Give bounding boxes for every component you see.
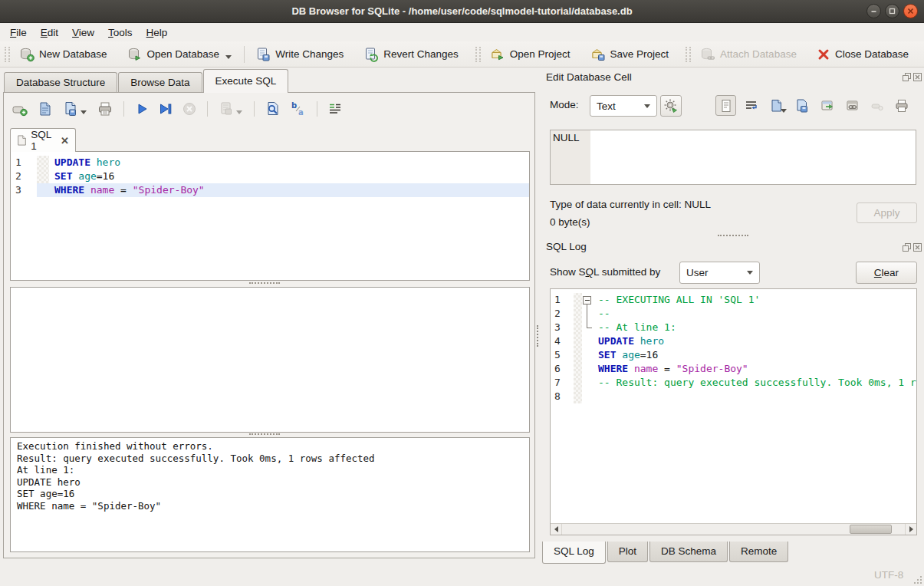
minimize-button[interactable] — [866, 4, 881, 18]
stop-execution-button[interactable] — [182, 101, 197, 117]
import-dropdown-caret[interactable] — [781, 109, 787, 113]
sql-editor-tab[interactable]: SQL 1 ✕ — [10, 128, 76, 152]
save-sql-file-button[interactable] — [62, 100, 88, 117]
print-sql-button[interactable] — [97, 100, 113, 117]
code-line: 3WHERE name = "Spider-Boy" — [11, 183, 529, 197]
toolbar-drag-handle[interactable] — [5, 47, 10, 62]
code-line: 8 — [551, 390, 916, 403]
print-cell-button[interactable] — [891, 95, 912, 116]
open-database-button[interactable]: Open Database — [123, 44, 238, 64]
title-bar[interactable]: DB Browser for SQLite - /home/user/code/… — [0, 0, 924, 23]
window-title: DB Browser for SQLite - /home/user/code/… — [291, 5, 632, 17]
tab-execute-sql[interactable]: Execute SQL — [203, 69, 289, 93]
toolbar-drag-handle[interactable] — [475, 47, 481, 62]
revert-changes-button[interactable]: Revert Changes — [359, 44, 463, 64]
scroll-left-button[interactable] — [551, 524, 562, 535]
attach-database-button[interactable]: Attach Database — [695, 44, 801, 64]
toolbar-drag-handle[interactable] — [686, 47, 691, 62]
write-changes-icon — [255, 47, 271, 62]
revert-changes-label: Revert Changes — [383, 48, 459, 60]
open-database-icon — [127, 47, 143, 62]
panel-splitter-handle[interactable] — [537, 325, 540, 347]
new-database-button[interactable]: New Database — [15, 44, 112, 64]
open-in-external-button[interactable] — [817, 95, 837, 116]
splitter-handle[interactable] — [718, 235, 748, 238]
sql-log-view[interactable]: 1-- EXECUTING ALL IN 'SQL 1'2--3-- At li… — [550, 288, 917, 535]
scroll-right-icon — [909, 526, 913, 532]
execute-current-line-button[interactable] — [158, 101, 173, 117]
word-wrap-button[interactable] — [327, 101, 343, 117]
new-database-icon — [19, 47, 35, 62]
maximize-button[interactable] — [885, 4, 899, 18]
tab-sql-log[interactable]: SQL Log — [542, 542, 606, 564]
find-replace-button[interactable] — [265, 100, 281, 117]
float-panel-icon[interactable] — [903, 73, 911, 81]
auto-mode-gear-button[interactable] — [660, 95, 682, 117]
mode-select[interactable]: Text — [590, 95, 657, 117]
cell-value-editor[interactable]: NULL — [550, 130, 916, 185]
new-sql-tab-button[interactable] — [12, 100, 28, 117]
dock-tab-bar: SQL Log Plot DB Schema Remote — [542, 542, 790, 564]
cell-value: NULL — [553, 132, 580, 143]
close-panel-icon[interactable] — [913, 73, 922, 81]
encoding-indicator[interactable]: UTF-8 — [874, 569, 903, 581]
code-line: 6WHERE name = "Spider-Boy" — [551, 362, 916, 376]
tab-plot[interactable]: Plot — [607, 542, 648, 562]
menu-view[interactable]: View — [65, 25, 101, 40]
import-cell-data-button[interactable] — [766, 95, 787, 116]
open-database-dropdown-caret[interactable] — [225, 55, 232, 59]
execution-message-pane[interactable]: Execution finished without errors. Resul… — [10, 437, 530, 552]
splitter-handle[interactable] — [249, 282, 280, 285]
auto-format-button[interactable]: ba — [290, 100, 307, 117]
menu-file[interactable]: File — [3, 25, 34, 40]
horizontal-scrollbar[interactable] — [551, 523, 916, 535]
save-sql-dropdown-caret[interactable] — [81, 110, 87, 114]
float-panel-icon[interactable] — [903, 243, 911, 252]
export-window-icon — [820, 98, 835, 114]
tab-browse-data[interactable]: Browse Data — [118, 72, 202, 93]
results-pane[interactable] — [10, 287, 530, 433]
set-null-button[interactable] — [866, 95, 887, 116]
menu-help[interactable]: Help — [140, 25, 175, 40]
tab-db-schema[interactable]: DB Schema — [649, 542, 728, 562]
sql-tab-close-icon[interactable]: ✕ — [61, 135, 69, 146]
open-project-button[interactable]: Open Project — [485, 44, 575, 64]
fold-marker-icon — [582, 293, 594, 307]
save-results-button[interactable] — [218, 100, 244, 117]
save-results-dropdown-caret[interactable] — [236, 110, 242, 114]
write-changes-button[interactable]: Write Changes — [251, 44, 348, 64]
submitter-select[interactable]: User — [679, 262, 760, 284]
find-icon — [265, 100, 281, 117]
tab-database-structure[interactable]: Database Structure — [4, 72, 117, 93]
close-database-label: Close Database — [835, 48, 909, 60]
app-window: DB Browser for SQLite - /home/user/code/… — [0, 0, 924, 586]
sql-editor[interactable]: 1UPDATE hero2SET age=163WHERE name = "Sp… — [10, 151, 530, 281]
scroll-right-button[interactable] — [905, 524, 916, 535]
print-icon — [97, 100, 113, 117]
save-sql-file-icon — [62, 100, 79, 117]
splitter-handle[interactable] — [249, 433, 280, 436]
open-sql-file-button[interactable] — [37, 100, 54, 117]
menu-bar: File Edit View Tools Help — [0, 24, 924, 41]
maximize-icon — [889, 8, 896, 15]
close-panel-icon[interactable] — [913, 243, 922, 252]
clear-log-button[interactable]: Clear — [856, 262, 917, 284]
execution-message-text: Execution finished without errors. Resul… — [11, 438, 529, 514]
close-database-button[interactable]: Close Database — [812, 45, 913, 64]
tab-remote[interactable]: Remote — [729, 542, 788, 562]
export-cell-data-button[interactable] — [791, 95, 812, 116]
scrollbar-thumb[interactable] — [850, 525, 892, 534]
menu-tools[interactable]: Tools — [101, 25, 140, 40]
save-project-icon — [590, 47, 606, 62]
text-mode-toggle-button[interactable] — [715, 95, 736, 116]
print-icon — [894, 98, 909, 114]
resize-grip[interactable] — [913, 575, 922, 584]
close-button[interactable] — [903, 4, 918, 18]
menu-edit[interactable]: Edit — [34, 25, 65, 40]
copy-link-button[interactable] — [842, 95, 863, 116]
word-wrap-cell-button[interactable] — [741, 95, 761, 116]
apply-button[interactable]: Apply — [857, 202, 917, 223]
execute-all-button[interactable] — [134, 101, 150, 117]
sql-toolbar-separator — [317, 101, 317, 117]
save-project-button[interactable]: Save Project — [586, 44, 674, 64]
